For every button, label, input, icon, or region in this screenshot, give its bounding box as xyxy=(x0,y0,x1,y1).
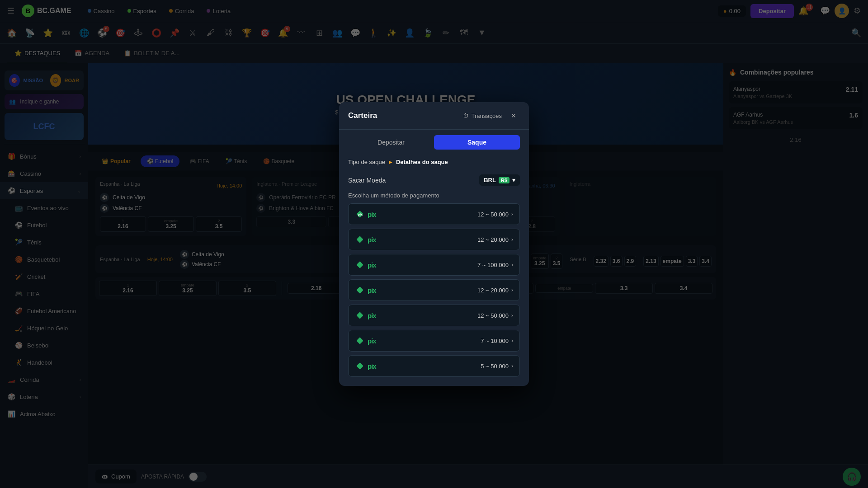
modal-header: Carteira ⏱ Transações × xyxy=(339,102,529,130)
svg-text:pix: pix xyxy=(358,212,363,216)
modal-tab-depositar[interactable]: Depositar xyxy=(348,135,434,150)
modal-actions: ⏱ Transações × xyxy=(463,109,520,122)
modal-tab-saque[interactable]: Saque xyxy=(434,135,520,150)
svg-rect-4 xyxy=(356,286,363,294)
payment-range-2: 12 ~ 20,000 › xyxy=(477,236,513,243)
range-arrow-4: › xyxy=(511,287,513,293)
pix-diamond-icon-2 xyxy=(355,235,365,244)
payment-row-2[interactable]: pix 12 ~ 20,000 › xyxy=(348,229,520,250)
range-arrow-7: › xyxy=(511,363,513,369)
range-value-7: 5 ~ 50,000 xyxy=(481,363,509,370)
range-value-6: 7 ~ 10,000 xyxy=(481,338,509,344)
payment-row-1[interactable]: pix pix 12 ~ 50,000 › xyxy=(348,203,520,225)
range-arrow-1: › xyxy=(511,211,513,217)
svg-rect-6 xyxy=(356,337,363,344)
pix-logo-2: pix xyxy=(355,235,376,244)
currency-selector[interactable]: BRL R$ ▾ xyxy=(479,174,520,186)
range-value-2: 12 ~ 20,000 xyxy=(477,236,509,243)
svg-rect-5 xyxy=(356,312,363,319)
pix-diamond-icon-4 xyxy=(355,285,365,295)
pix-text-6: pix xyxy=(368,337,376,345)
saque-tab-label: Saque xyxy=(467,139,486,146)
range-arrow-2: › xyxy=(511,236,513,243)
depositar-tab-label: Depositar xyxy=(377,139,405,146)
pix-diamond-icon-3 xyxy=(355,260,365,270)
range-arrow-3: › xyxy=(511,262,513,268)
pix-text-3: pix xyxy=(368,261,376,269)
breadcrumb-detalhes-saque[interactable]: Detalhes do saque xyxy=(396,159,448,165)
pix-logo-7: pix xyxy=(355,361,376,371)
pix-logo-3: pix xyxy=(355,260,376,270)
pix-logo-6: pix xyxy=(355,336,376,346)
breadcrumb-arrow-icon: ▶ xyxy=(389,160,392,164)
pix-diamond-icon-7 xyxy=(355,361,365,371)
currency-label: Sacar Moeda xyxy=(348,177,386,184)
transactions-label: Transações xyxy=(472,113,502,119)
range-arrow-5: › xyxy=(511,312,513,319)
payment-range-5: 12 ~ 50,000 › xyxy=(477,312,513,319)
payment-range-7: 5 ~ 50,000 › xyxy=(481,363,513,370)
payment-range-4: 12 ~ 20,000 › xyxy=(477,287,513,294)
modal-main-content: Sacar Moeda BRL R$ ▾ Escolha um método d… xyxy=(339,171,529,386)
payment-row-6[interactable]: pix 7 ~ 10,000 › xyxy=(348,330,520,352)
pix-logo-1: pix pix xyxy=(355,209,376,219)
pix-text-7: pix xyxy=(368,362,376,370)
payment-range-3: 7 ~ 100,000 › xyxy=(477,262,513,268)
range-value-5: 12 ~ 50,000 xyxy=(477,312,509,319)
modal-overlay[interactable]: Carteira ⏱ Transações × Depositar Saque … xyxy=(0,0,868,488)
currency-row: Sacar Moeda BRL R$ ▾ xyxy=(348,171,520,192)
breadcrumb-tipo-saque[interactable]: Tipo de saque xyxy=(348,159,385,165)
payment-range-6: 7 ~ 10,000 › xyxy=(481,338,513,344)
transactions-icon: ⏱ xyxy=(463,113,469,119)
transactions-button[interactable]: ⏱ Transações xyxy=(463,113,502,119)
currency-chevron-icon: ▾ xyxy=(512,177,515,183)
range-value-3: 7 ~ 100,000 xyxy=(477,262,509,268)
pix-text-1: pix xyxy=(368,211,376,218)
pix-logo-4: pix xyxy=(355,285,376,295)
payment-range-1: 12 ~ 50,000 › xyxy=(477,211,513,218)
pix-text-2: pix xyxy=(368,236,376,244)
pix-diamond-icon-6 xyxy=(355,336,365,346)
pix-diamond-icon-1: pix xyxy=(355,209,365,219)
pix-text-4: pix xyxy=(368,286,376,294)
svg-rect-3 xyxy=(356,261,363,268)
svg-rect-7 xyxy=(356,362,363,370)
payment-row-5[interactable]: pix 12 ~ 50,000 › xyxy=(348,305,520,326)
payment-method-label: Escolha um método de pagamento xyxy=(348,192,520,199)
currency-badge: R$ xyxy=(499,177,509,183)
modal-breadcrumb: Tipo de saque ▶ Detalhes do saque xyxy=(339,155,529,171)
pix-diamond-icon-5 xyxy=(355,310,365,320)
pix-text-5: pix xyxy=(368,312,376,319)
close-modal-button[interactable]: × xyxy=(507,109,520,122)
pix-logo-5: pix xyxy=(355,310,376,320)
payment-row-4[interactable]: pix 12 ~ 20,000 › xyxy=(348,279,520,301)
carteira-modal: Carteira ⏱ Transações × Depositar Saque … xyxy=(339,102,529,386)
modal-tabs: Depositar Saque xyxy=(339,130,529,155)
currency-value: BRL xyxy=(484,177,496,183)
range-value-1: 12 ~ 50,000 xyxy=(477,211,509,218)
payment-row-7[interactable]: pix 5 ~ 50,000 › xyxy=(348,355,520,377)
range-arrow-6: › xyxy=(511,338,513,344)
svg-rect-2 xyxy=(356,236,363,243)
range-value-4: 12 ~ 20,000 xyxy=(477,287,509,294)
payment-row-3[interactable]: pix 7 ~ 100,000 › xyxy=(348,254,520,276)
modal-title: Carteira xyxy=(348,111,377,120)
